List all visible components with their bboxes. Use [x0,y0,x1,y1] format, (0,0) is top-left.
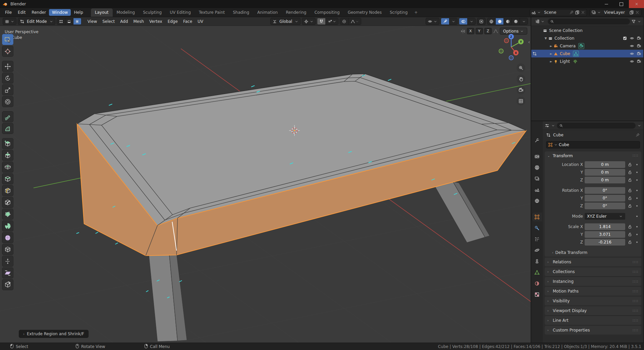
pan-button[interactable] [517,75,525,83]
tab-sculpting[interactable]: Sculpting [139,8,166,17]
tool-spin[interactable] [2,220,13,231]
mirror-z-toggle[interactable]: Z [484,28,492,34]
tab-geometry-nodes[interactable]: Geometry Nodes [344,8,386,17]
table-leg-right[interactable] [435,181,490,243]
properties-tab-tool[interactable] [532,136,542,145]
properties-tab-particles[interactable] [532,235,542,244]
camera-view-button[interactable] [517,86,525,94]
tool-smooth[interactable] [2,232,13,243]
section-viewport-display[interactable]: ›Viewport Display∷∷ [545,306,641,315]
value-field[interactable]: 0° [585,203,625,209]
section-collections[interactable]: ›Collections∷∷ [545,267,641,276]
lock-open-icon[interactable] [627,240,633,245]
animate-dot-icon[interactable] [635,232,639,237]
viewport-menu-mesh[interactable]: Mesh [131,18,147,25]
camera-restrict-toggle-icon[interactable] [637,51,641,56]
face-select-mode-button[interactable] [73,18,81,25]
viewport-menu-edge[interactable]: Edge [165,18,180,25]
sidebar-collapse-arrow[interactable]: ‹ [527,39,531,45]
viewport-menu-vertex[interactable]: Vertex [147,18,165,25]
viewport-menu-add[interactable]: Add [117,18,130,25]
gizmo-x-negative[interactable] [504,39,509,43]
properties-tab-material[interactable] [532,279,542,288]
shading-dropdown[interactable] [520,18,528,25]
viewport-menu-select[interactable]: Select [100,18,117,25]
proportional-editing-toggle[interactable] [340,18,348,25]
lock-open-icon[interactable] [627,188,633,193]
tab-texture-paint[interactable]: Texture Paint [195,8,229,17]
lock-open-icon[interactable] [627,162,633,167]
animate-dot-icon[interactable] [635,204,639,208]
eye-toggle-icon[interactable] [630,59,634,64]
tool-cursor[interactable] [2,46,13,57]
section-line-art[interactable]: ›Line Art∷∷ [545,316,641,325]
tool-knife[interactable] [2,197,13,208]
tool-measure[interactable] [2,123,13,134]
properties-tab-object[interactable] [532,213,542,221]
outliner-row-scene-collection[interactable]: Scene Collection [531,27,643,34]
drag-handle-icon[interactable]: ∷∷ [633,299,639,303]
viewport-canvas[interactable]: User Perspective (1) Cube X Y Z Options [0,26,531,343]
tool-inset-faces[interactable] [2,162,13,173]
tab-shading[interactable]: Shading [229,8,253,17]
value-field[interactable]: 1.814 [585,223,625,230]
delta-transform-section[interactable]: › Delta Transform [545,249,641,257]
mirror-y-toggle[interactable]: Y [476,28,483,34]
snap-toggle[interactable] [317,18,325,25]
scene-name[interactable]: Scene [542,10,568,15]
viewport-3d-scene[interactable] [0,26,531,342]
tool-shear[interactable] [2,267,13,278]
lock-open-icon[interactable] [627,232,633,237]
drag-handle-icon[interactable]: ∷∷ [633,279,639,284]
new-viewlayer-button[interactable] [629,10,634,15]
maximize-button[interactable] [614,0,629,8]
tab-uv-editing[interactable]: UV Editing [166,8,195,17]
falloff-dropdown[interactable] [348,18,361,25]
tool-transform[interactable] [2,96,13,107]
show-gizmo-toggle[interactable] [441,18,449,25]
editor-type-selector[interactable] [3,18,16,25]
outliner-search-input[interactable] [548,18,630,25]
checkbox-toggle-icon[interactable] [623,36,627,41]
tab-scripting[interactable]: Scripting [386,8,412,17]
gizmo-y-negative[interactable] [499,49,503,53]
value-field[interactable]: 0 m [585,177,625,183]
snap-target-dropdown[interactable] [325,18,338,25]
animate-dot-icon[interactable] [635,170,639,175]
ortho-toggle-button[interactable] [517,97,525,105]
shading-solid-button[interactable] [495,18,503,25]
operator-panel[interactable]: › Extrude Region and Shrink/F [19,330,89,338]
viewport-menu-face[interactable]: Face [180,18,195,25]
tool-select-box[interactable] [2,34,13,45]
tool-rip-region[interactable] [2,279,13,290]
properties-tab-world[interactable] [532,196,542,205]
drag-handle-icon[interactable]: ∷∷ [633,154,639,158]
lock-open-icon[interactable] [627,178,633,182]
outliner-row-collection[interactable]: ▼Collection [531,34,643,42]
disclosure-down-icon[interactable]: ▼ [543,37,548,40]
gizmo-z-negative[interactable] [509,56,514,60]
properties-tab-object-data[interactable] [532,268,542,277]
zoom-button[interactable] [517,63,525,72]
properties-tab-modifiers[interactable] [532,224,542,232]
value-field[interactable]: 3.071 [585,231,625,238]
camera-restrict-toggle-icon[interactable] [637,44,641,48]
pivot-point-dropdown[interactable] [302,18,316,25]
properties-tab-physics[interactable] [532,246,542,255]
eye-toggle-icon[interactable] [630,51,634,56]
transform-orientation-dropdown[interactable]: Global [270,18,301,25]
camera-restrict-toggle-icon[interactable] [637,36,641,41]
menu-file[interactable]: File [2,9,15,16]
disclosure-right-icon[interactable]: ► [549,52,553,55]
viewport-menu-uv[interactable]: UV [195,18,206,25]
chevron-down-icon[interactable] [551,124,555,128]
tool-loop-cut[interactable] [2,185,13,196]
camera-restrict-toggle-icon[interactable] [637,59,641,64]
section-visibility[interactable]: ›Visibility∷∷ [545,297,641,305]
value-field[interactable]: -0.216 [585,239,625,246]
section-custom-properties[interactable]: ›Custom Properties∷∷ [545,326,641,335]
outliner-item-label[interactable]: Cube [560,51,570,56]
tool-shrink-fatten[interactable] [2,256,13,267]
section-relations[interactable]: ›Relations∷∷ [545,258,641,266]
properties-tab-view-layer[interactable] [532,174,542,183]
